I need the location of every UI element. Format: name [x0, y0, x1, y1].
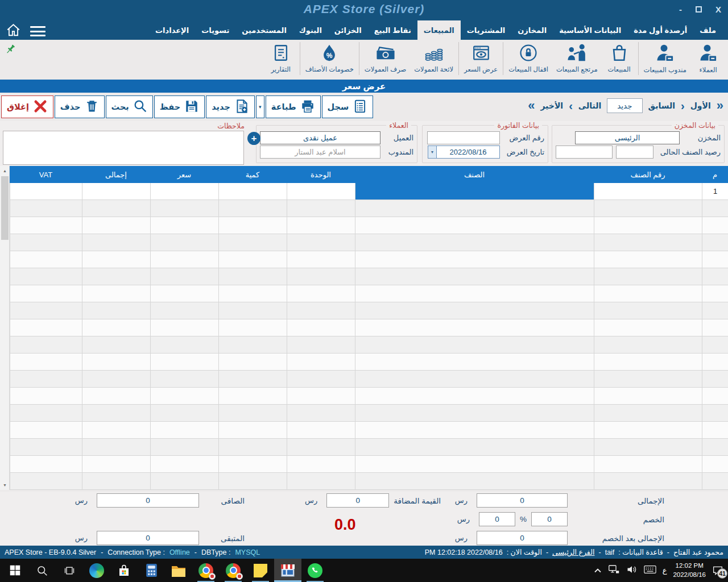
item-cell-selected[interactable] [355, 183, 594, 200]
table-cell[interactable] [355, 439, 594, 456]
chevron-double-right-icon[interactable]: » [717, 99, 723, 112]
table-cell[interactable] [10, 473, 82, 490]
apex-store-app-icon[interactable] [274, 559, 301, 582]
table-cell[interactable] [594, 473, 702, 490]
table-cell[interactable] [150, 354, 218, 371]
table-cell[interactable] [10, 405, 82, 422]
nav-last[interactable]: الأخير [540, 101, 563, 110]
menu-item-sales[interactable]: المبيعات [417, 20, 461, 40]
menu-item-opening-balances[interactable]: أرصدة أول مدة [627, 20, 693, 40]
microsoft-store-icon[interactable] [110, 559, 138, 582]
total-cell[interactable] [82, 183, 150, 200]
table-cell[interactable] [594, 217, 702, 234]
table-cell[interactable] [287, 388, 355, 405]
table-cell[interactable] [218, 371, 287, 388]
net-field[interactable]: 0 [97, 493, 199, 508]
table-cell[interactable] [218, 234, 287, 251]
table-cell[interactable] [702, 336, 728, 354]
table-cell[interactable] [82, 217, 150, 234]
action-center-icon[interactable]: 41 [712, 566, 723, 576]
table-row[interactable] [10, 302, 728, 319]
table-cell[interactable] [287, 354, 355, 371]
search-button[interactable]: بحث [106, 95, 153, 118]
table-row[interactable] [10, 371, 728, 388]
ribbon-item-price-quote[interactable]: عرض السعر [460, 42, 502, 74]
table-cell[interactable] [82, 319, 150, 336]
table-cell[interactable] [82, 200, 150, 217]
table-cell[interactable] [287, 200, 355, 217]
table-cell[interactable] [10, 354, 82, 371]
ribbon-item-commission-pay[interactable]: صرف العمولات [361, 42, 410, 74]
table-cell[interactable] [355, 456, 594, 473]
table-row[interactable] [10, 456, 728, 473]
ribbon-item-sales[interactable]: المبيعات [602, 42, 637, 74]
table-cell[interactable] [150, 200, 218, 217]
item-balance-field-2[interactable] [556, 146, 613, 159]
table-row[interactable] [10, 388, 728, 405]
notes-field[interactable] [3, 131, 244, 165]
table-cell[interactable] [355, 388, 594, 405]
table-cell[interactable] [287, 251, 355, 268]
print-button[interactable]: طباعة [266, 95, 321, 118]
table-cell[interactable] [150, 422, 218, 439]
table-cell[interactable] [150, 336, 218, 354]
table-cell[interactable] [287, 217, 355, 234]
sticky-notes-icon[interactable] [247, 559, 274, 582]
table-cell[interactable] [702, 456, 728, 473]
table-cell[interactable] [702, 200, 728, 217]
item-number-cell[interactable] [594, 183, 702, 200]
menu-item-safes[interactable]: الخزائن [328, 20, 368, 40]
table-cell[interactable] [702, 422, 728, 439]
table-row[interactable] [10, 200, 728, 217]
tray-chevron-up-icon[interactable] [594, 566, 602, 576]
table-cell[interactable] [702, 251, 728, 268]
table-cell[interactable] [702, 285, 728, 302]
nav-first[interactable]: الأول [690, 101, 711, 110]
sales-rep-field[interactable]: اسلام عبد الستار [260, 146, 380, 159]
table-cell[interactable] [287, 439, 355, 456]
table-cell[interactable] [702, 319, 728, 336]
table-cell[interactable] [218, 268, 287, 285]
pushpin-icon[interactable] [4, 43, 16, 58]
table-cell[interactable] [702, 371, 728, 388]
table-cell[interactable] [218, 251, 287, 268]
table-cell[interactable] [355, 302, 594, 319]
table-cell[interactable] [594, 268, 702, 285]
table-row[interactable] [10, 251, 728, 268]
chevron-double-left-icon[interactable]: « [528, 99, 535, 112]
table-cell[interactable] [218, 422, 287, 439]
unit-cell[interactable] [287, 183, 355, 200]
table-cell[interactable] [355, 473, 594, 490]
table-cell[interactable] [150, 319, 218, 336]
table-cell[interactable] [82, 285, 150, 302]
table-cell[interactable] [218, 439, 287, 456]
table-cell[interactable] [355, 217, 594, 234]
table-cell[interactable] [150, 251, 218, 268]
table-cell[interactable] [218, 473, 287, 490]
scrollbar-thumb[interactable] [1, 176, 9, 240]
close-window-button[interactable]: X [715, 5, 721, 14]
table-cell[interactable] [355, 336, 594, 354]
table-cell[interactable] [355, 251, 594, 268]
table-cell[interactable] [594, 285, 702, 302]
discount-value-field[interactable]: 0 [479, 512, 515, 526]
vat-total-field[interactable]: 0 [326, 493, 389, 508]
language-indicator[interactable]: ع [663, 566, 667, 575]
calculator-icon[interactable] [138, 559, 165, 582]
table-cell[interactable] [702, 405, 728, 422]
volume-icon[interactable] [626, 564, 638, 577]
table-cell[interactable] [82, 473, 150, 490]
table-cell[interactable] [702, 268, 728, 285]
chrome-icon-2[interactable] [220, 559, 247, 582]
table-cell[interactable] [10, 439, 82, 456]
delete-button[interactable]: حذف [55, 95, 105, 118]
table-cell[interactable] [218, 302, 287, 319]
table-cell[interactable] [594, 336, 702, 354]
table-cell[interactable] [82, 371, 150, 388]
table-cell[interactable] [702, 234, 728, 251]
item-balance-field[interactable] [616, 146, 653, 159]
table-cell[interactable] [82, 251, 150, 268]
table-row[interactable] [10, 234, 728, 251]
table-cell[interactable] [218, 200, 287, 217]
chevron-left-icon[interactable]: ‹ [569, 100, 573, 111]
